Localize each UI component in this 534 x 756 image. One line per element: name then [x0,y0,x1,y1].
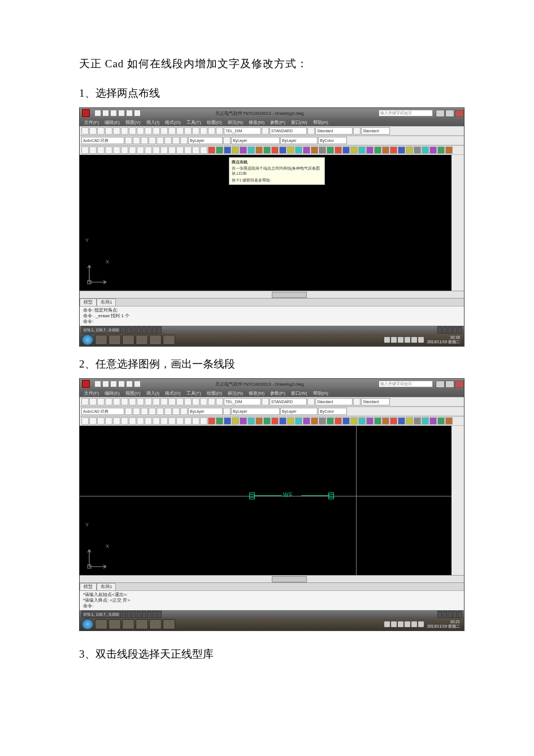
scrollbar-thumb[interactable] [272,292,307,298]
tray-icon[interactable] [411,337,417,343]
status-button[interactable] [147,611,151,618]
tool-button[interactable] [121,417,128,425]
status-button[interactable] [127,611,131,618]
status-button[interactable] [142,611,146,618]
tool-button[interactable] [157,137,164,144]
taskbar-app-icon[interactable] [136,619,148,629]
tool-button[interactable] [129,127,136,135]
tool-button[interactable] [429,417,437,425]
standard-selector[interactable]: Standard [361,398,390,405]
tray-icon[interactable] [405,621,410,627]
taskbar-app-icon[interactable] [122,619,134,629]
taskbar-app-icon[interactable] [149,619,162,629]
tool-button[interactable] [223,137,231,144]
tool-button[interactable] [453,456,459,463]
tool-button[interactable] [176,417,184,425]
tool-button[interactable] [192,398,199,405]
qat-button[interactable] [102,381,109,387]
tool-button[interactable] [327,146,334,154]
tool-button[interactable] [137,146,144,154]
tool-button[interactable] [358,146,366,154]
tool-button[interactable] [176,398,184,405]
linetype-selector[interactable]: ByLayer [231,137,280,144]
menu-item[interactable]: 窗口(W) [291,119,307,126]
tool-button[interactable] [311,146,318,154]
menu-item[interactable]: 插入(I) [146,390,160,396]
taskbar-app-icon[interactable] [163,619,175,629]
tool-button[interactable] [113,146,120,154]
status-button[interactable] [458,611,462,618]
tool-button[interactable] [168,146,176,154]
taskbar-app-icon[interactable] [149,335,162,345]
tool-button[interactable] [89,398,97,405]
tool-button[interactable] [255,146,263,154]
tool-button[interactable] [97,127,105,135]
menu-item[interactable]: 参数(P) [270,119,285,126]
tool-button[interactable] [164,137,172,144]
status-button[interactable] [137,611,141,618]
minimize-button[interactable] [436,381,445,388]
status-button[interactable] [121,326,126,334]
tool-button[interactable] [89,127,97,135]
tray-icon[interactable] [384,621,390,627]
tray-icon[interactable] [411,621,417,627]
tool-button[interactable] [374,417,381,425]
tool-button[interactable] [262,127,269,135]
menu-item[interactable]: 视图(V) [125,119,141,126]
tool-button[interactable] [121,398,128,405]
taskbar-app-icon[interactable] [136,335,148,345]
tool-button[interactable] [184,417,192,425]
qat-button[interactable] [110,381,117,387]
tool-button[interactable] [153,146,160,154]
tool-button[interactable] [240,417,247,425]
status-button[interactable] [132,611,136,618]
menu-item[interactable]: 绘图(D) [207,390,222,396]
layer-selector[interactable]: ByLayer [188,137,223,144]
tray-icon[interactable] [418,621,424,627]
tool-button[interactable] [366,146,374,154]
color-selector[interactable]: ByColor [318,408,347,415]
taskbar-app-icon[interactable] [95,619,107,629]
taskbar-app-icon[interactable] [108,335,121,345]
tool-button[interactable] [303,146,310,154]
status-button[interactable] [137,326,141,334]
menu-item[interactable]: 工具(T) [186,390,201,396]
tool-button[interactable] [232,417,239,425]
tool-button[interactable] [240,146,247,154]
tool-button[interactable] [453,261,459,267]
tool-button[interactable] [81,417,89,425]
tool-button[interactable] [453,163,459,170]
tool-button[interactable] [263,146,271,154]
layout-tab[interactable]: 布局1 [97,299,116,306]
qat-button[interactable] [102,110,109,116]
taskbar-app-icon[interactable] [163,335,175,345]
tool-button[interactable] [248,417,255,425]
tool-button[interactable] [145,127,152,135]
tool-button[interactable] [350,417,358,425]
scrollbar-thumb[interactable] [272,576,307,582]
tool-button[interactable] [200,417,207,425]
tool-button[interactable] [279,417,286,425]
tool-button[interactable] [307,127,315,135]
tool-button[interactable] [223,408,231,415]
tool-button[interactable] [97,417,105,425]
qat-button[interactable] [126,110,133,116]
tool-button[interactable] [453,442,459,448]
tool-button[interactable] [137,127,144,135]
menu-item[interactable]: 视图(V) [125,390,141,396]
tool-button[interactable] [342,146,350,154]
taskbar-app-icon[interactable] [122,335,134,345]
tool-button[interactable] [81,398,89,405]
tool-button[interactable] [184,146,192,154]
textstyle-selector[interactable]: STANDARD [270,127,307,135]
tool-button[interactable] [422,417,429,425]
tool-button[interactable] [307,398,315,405]
tool-button[interactable] [382,146,389,154]
tool-button[interactable] [453,471,459,478]
qat-button[interactable] [94,110,101,116]
tool-button[interactable] [398,417,405,425]
tool-button[interactable] [453,560,459,567]
tool-button[interactable] [453,434,459,441]
menu-item[interactable]: 帮助(H) [313,390,328,396]
tool-button[interactable] [406,146,413,154]
